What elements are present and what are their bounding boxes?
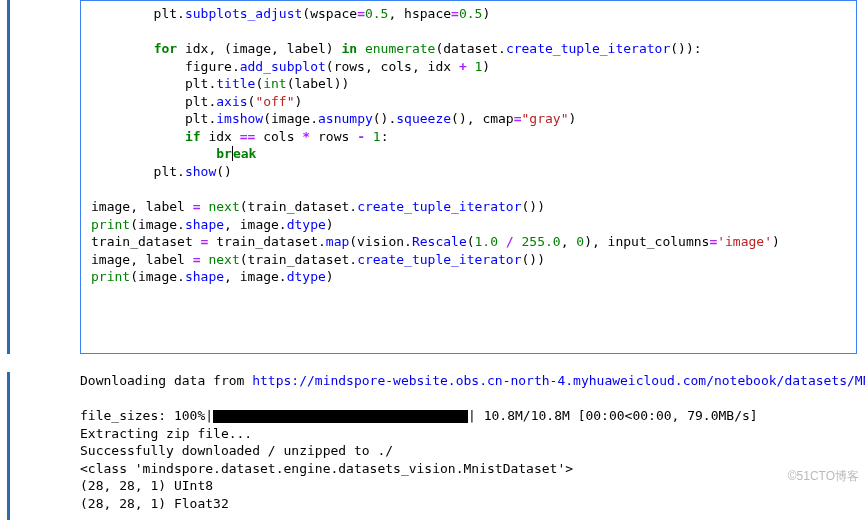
keyword-break: br xyxy=(216,146,232,161)
class-repr-line: <class 'mindspore.dataset.engine.dataset… xyxy=(80,461,573,476)
code-fn: subplots_adjust xyxy=(185,6,302,21)
shape-line-2: (28, 28, 1) Float32 xyxy=(80,496,229,511)
watermark: ©51CTO博客 xyxy=(788,468,859,484)
download-line: Downloading data from xyxy=(80,373,252,388)
code-text: plt. xyxy=(91,6,185,21)
keyword-for: for xyxy=(154,41,177,56)
code-editor[interactable]: plt.subplots_adjust(wspace=0.5, hspace=0… xyxy=(81,1,846,290)
output-gutter xyxy=(0,372,16,520)
output-cell: Downloading data from https://mindspore-… xyxy=(0,372,865,520)
success-line: Successfully downloaded / unzipped to ./ xyxy=(80,443,393,458)
code-cell[interactable]: plt.subplots_adjust(wspace=0.5, hspace=0… xyxy=(0,0,865,354)
code-cell-body[interactable]: plt.subplots_adjust(wspace=0.5, hspace=0… xyxy=(80,0,857,354)
extracting-line: Extracting zip file... xyxy=(80,426,252,441)
keyword-in: in xyxy=(341,41,357,56)
cell-gutter xyxy=(0,0,16,354)
text-cursor: eak xyxy=(232,146,256,161)
output-cell-body: Downloading data from https://mindspore-… xyxy=(16,372,865,520)
progress-bar xyxy=(213,410,468,423)
shape-line-1: (28, 28, 1) UInt8 xyxy=(80,478,213,493)
download-url-link[interactable]: https://mindspore-website.obs.cn-north-4… xyxy=(252,373,865,388)
file-sizes-label: file_sizes: 100%| xyxy=(80,408,213,423)
keyword-if: if xyxy=(185,129,201,144)
output-text: Downloading data from https://mindspore-… xyxy=(80,372,865,512)
file-sizes-post: | 10.8M/10.8M [00:00<00:00, 79.0MB/s] xyxy=(468,408,758,423)
